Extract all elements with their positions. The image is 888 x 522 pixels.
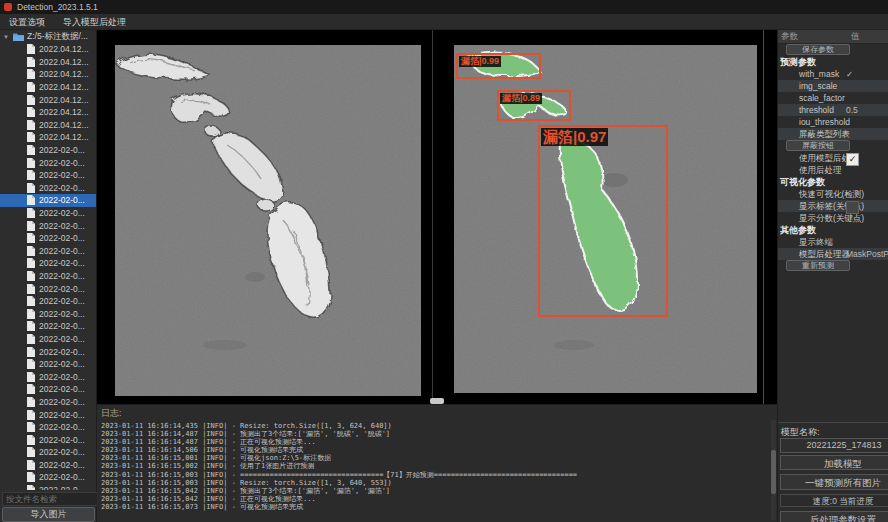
file-icon xyxy=(27,284,35,294)
tree-item[interactable]: 2022-02-0... xyxy=(0,219,96,232)
tree-items: 2022.04.12... 2022.04.12... xyxy=(0,43,96,490)
param-row[interactable]: 显示终端 xyxy=(778,236,888,248)
source-image-panel[interactable] xyxy=(115,45,421,396)
load-model-button[interactable]: 加载模型 xyxy=(780,455,888,470)
file-icon xyxy=(27,158,35,168)
tree-item[interactable]: 2022-02-0... xyxy=(0,396,96,409)
tree-item-label: 2022-02-0... xyxy=(39,435,85,445)
param-row[interactable]: scale_factor xyxy=(778,92,888,104)
tree-item[interactable]: 2022-02-0... xyxy=(0,245,96,258)
file-icon xyxy=(27,170,35,180)
tree-item-label: 2022.04.12... xyxy=(39,132,89,142)
model-name-field[interactable]: 20221225_174813 xyxy=(780,438,888,453)
tree-item[interactable]: 2022-02-0... xyxy=(0,459,96,472)
file-icon xyxy=(27,447,35,457)
tree-item[interactable]: 2022-02-0... xyxy=(0,194,96,207)
param-row[interactable]: img_scale xyxy=(778,80,888,92)
param-value[interactable]: ✓ xyxy=(846,68,853,80)
postprocess-settings-button[interactable]: 后处理参数设置 xyxy=(780,511,888,522)
file-tree[interactable]: ▼ Z:/5-标注数据/... 2022.04.12... xyxy=(0,30,96,490)
param-row[interactable]: 显示分数(关键点) xyxy=(778,212,888,224)
tree-item[interactable]: 2022-02-0... xyxy=(0,169,96,182)
tree-item[interactable]: 2022-02-0... xyxy=(0,307,96,320)
tree-item[interactable]: 2022.04.12... xyxy=(0,43,96,56)
param-row[interactable]: with_mask ✓ xyxy=(778,68,888,80)
param-row[interactable]: 使用后处理 xyxy=(778,164,888,176)
file-icon xyxy=(27,221,35,231)
tree-item-label: 2022-02-0... xyxy=(39,384,85,394)
param-name: 屏蔽类型列表 xyxy=(799,128,850,140)
param-name: 使用后处理 xyxy=(799,164,842,176)
import-images-button[interactable]: 导入图片 xyxy=(2,507,95,522)
param-value[interactable]: 0.5 xyxy=(846,104,858,116)
tree-item[interactable]: 2022-02-0... xyxy=(0,408,96,421)
file-icon xyxy=(27,485,35,490)
tree-item[interactable]: 2022-02-0... xyxy=(0,295,96,308)
tree-item[interactable]: 2022.04.12... xyxy=(0,68,96,81)
value-column-header: 值 xyxy=(851,31,860,43)
tree-item[interactable]: 2022.04.12... xyxy=(0,119,96,132)
tree-item[interactable]: 2022-02-0... xyxy=(0,207,96,220)
tree-item[interactable]: 2022-02-0... xyxy=(0,446,96,459)
tree-item[interactable]: 2022.04.12... xyxy=(0,93,96,106)
tree-root-item[interactable]: ▼ Z:/5-标注数据/... xyxy=(0,30,96,43)
param-row[interactable]: 使用模型后处理 ✓ xyxy=(778,152,888,164)
param-name: 快速可视化(检测) xyxy=(799,188,864,200)
tree-item[interactable]: 2022.04.12... xyxy=(0,106,96,119)
tree-item[interactable]: 2022-02-0... xyxy=(0,471,96,484)
tree-item[interactable]: 2022-02-0... xyxy=(0,333,96,346)
param-button[interactable]: 重新预测 xyxy=(786,260,850,271)
tree-item[interactable]: 2022-02-0... xyxy=(0,358,96,371)
tree-item[interactable]: 2022-02-0... xyxy=(0,433,96,446)
param-name: 显示终端 xyxy=(799,236,833,248)
log-area[interactable]: 日志: 2023-01-11 16:16:14,435 |INFO| - Res… xyxy=(97,404,777,522)
tree-item[interactable]: 2022-02-0... xyxy=(0,182,96,195)
prediction-image-panel[interactable]: 漏箔|0.99漏箔|0.89漏箔|0.97 xyxy=(454,45,757,393)
log-scrollbar-thumb[interactable] xyxy=(771,450,776,494)
tree-item-label: 2022-02-0... xyxy=(39,460,85,470)
tree-item-label: 2022-02-0... xyxy=(39,347,85,357)
predict-all-button[interactable]: 一键预测所有图片 xyxy=(780,474,888,490)
menu-item[interactable]: 设置选项 xyxy=(0,14,54,30)
log-line: 2023-01-11 16:16:15,001 |INFO| - 可视化json… xyxy=(101,454,777,462)
chevron-down-icon[interactable]: ▼ xyxy=(3,34,10,40)
tree-item[interactable]: 2022-02-0... xyxy=(0,320,96,333)
param-value[interactable]: MaskPostProcess xyxy=(846,248,888,260)
tree-item-label: 2022-02-0... xyxy=(39,158,85,168)
param-row[interactable]: threshold 0.5 xyxy=(778,104,888,116)
log-line: 2023-01-11 16:16:14,487 |INFO| - 预测出了3个结… xyxy=(101,430,777,438)
tree-item[interactable]: 2022-02-0... xyxy=(0,257,96,270)
tree-item[interactable]: 2022-02-0... xyxy=(0,270,96,283)
param-button[interactable]: 保存参数 xyxy=(786,44,850,55)
tree-item[interactable]: 2022-02-0... xyxy=(0,345,96,358)
log-scrollbar[interactable] xyxy=(771,420,776,520)
param-row[interactable]: 模型后处理器 MaskPostProcess xyxy=(778,248,888,260)
tree-item[interactable]: 2022-02-0... xyxy=(0,370,96,383)
param-section-label: 其他参数 xyxy=(780,224,816,236)
param-button-row: 保存参数 xyxy=(778,44,888,56)
window-title: Detection_2023.1.5.1 xyxy=(17,2,98,12)
tree-item[interactable]: 2022.04.12... xyxy=(0,56,96,69)
search-input[interactable] xyxy=(2,492,101,506)
param-row[interactable]: 显示标签(关键点) xyxy=(778,200,888,212)
tree-item[interactable]: 2022-02-0 xyxy=(0,484,96,490)
tree-item-label: 2022-02-0... xyxy=(39,296,85,306)
tree-item[interactable]: 2022.04.12... xyxy=(0,81,96,94)
param-row[interactable]: iou_threshold xyxy=(778,116,888,128)
tree-item[interactable]: 2022.04.12... xyxy=(0,131,96,144)
tree-item-label: 2022.04.12... xyxy=(39,69,89,79)
tree-item[interactable]: 2022-02-0... xyxy=(0,383,96,396)
param-button[interactable]: 屏蔽按钮 xyxy=(786,140,850,151)
tree-item[interactable]: 2022-02-0... xyxy=(0,144,96,157)
param-row[interactable]: 快速可视化(检测) xyxy=(778,188,888,200)
tree-item[interactable]: 2022-02-0... xyxy=(0,232,96,245)
tree-item[interactable]: 2022-02-0... xyxy=(0,421,96,434)
app-window: Detection_2023.1.5.1 设置选项 导入模型后处理 ▼ Z:/5… xyxy=(0,0,888,522)
param-section-label: 可视化参数 xyxy=(780,176,825,188)
param-row[interactable]: 屏蔽类型列表 xyxy=(778,128,888,140)
tree-item-label: 2022-02-0... xyxy=(39,145,85,155)
tree-item[interactable]: 2022-02-0... xyxy=(0,156,96,169)
file-icon xyxy=(27,309,35,319)
menu-item[interactable]: 导入模型后处理 xyxy=(54,14,135,30)
tree-item[interactable]: 2022-02-0... xyxy=(0,282,96,295)
